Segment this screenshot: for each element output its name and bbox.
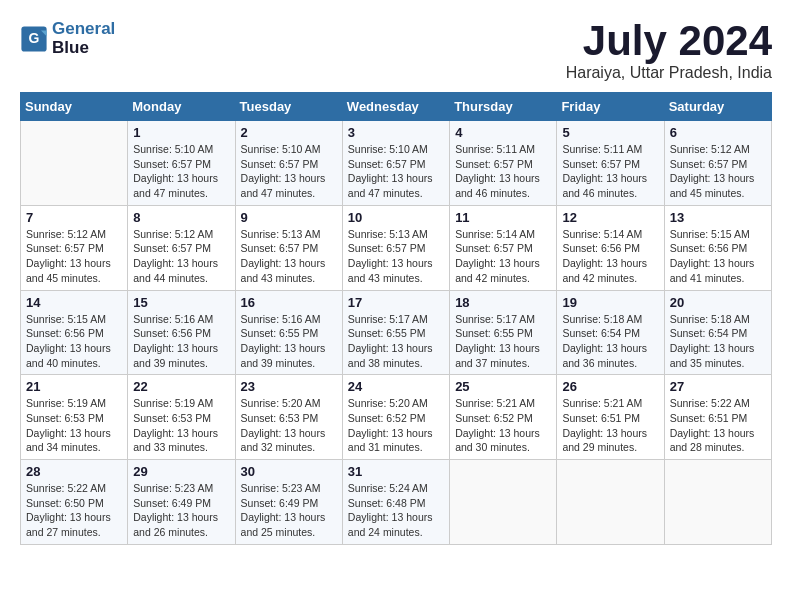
day-info: Sunrise: 5:10 AMSunset: 6:57 PMDaylight:… (348, 142, 444, 201)
calendar-cell (557, 460, 664, 545)
header: G General Blue July 2024 Haraiya, Uttar … (20, 20, 772, 82)
day-number: 14 (26, 295, 122, 310)
day-number: 31 (348, 464, 444, 479)
calendar-cell: 20Sunrise: 5:18 AMSunset: 6:54 PMDayligh… (664, 290, 771, 375)
calendar-cell (664, 460, 771, 545)
day-number: 5 (562, 125, 658, 140)
day-info: Sunrise: 5:22 AMSunset: 6:51 PMDaylight:… (670, 396, 766, 455)
calendar-cell: 12Sunrise: 5:14 AMSunset: 6:56 PMDayligh… (557, 205, 664, 290)
weekday-header-saturday: Saturday (664, 93, 771, 121)
calendar-week-4: 21Sunrise: 5:19 AMSunset: 6:53 PMDayligh… (21, 375, 772, 460)
day-info: Sunrise: 5:20 AMSunset: 6:52 PMDaylight:… (348, 396, 444, 455)
calendar-cell: 30Sunrise: 5:23 AMSunset: 6:49 PMDayligh… (235, 460, 342, 545)
calendar-cell: 8Sunrise: 5:12 AMSunset: 6:57 PMDaylight… (128, 205, 235, 290)
calendar-cell: 5Sunrise: 5:11 AMSunset: 6:57 PMDaylight… (557, 121, 664, 206)
day-info: Sunrise: 5:23 AMSunset: 6:49 PMDaylight:… (241, 481, 337, 540)
calendar-cell: 24Sunrise: 5:20 AMSunset: 6:52 PMDayligh… (342, 375, 449, 460)
day-info: Sunrise: 5:11 AMSunset: 6:57 PMDaylight:… (455, 142, 551, 201)
day-info: Sunrise: 5:23 AMSunset: 6:49 PMDaylight:… (133, 481, 229, 540)
day-number: 15 (133, 295, 229, 310)
day-info: Sunrise: 5:15 AMSunset: 6:56 PMDaylight:… (26, 312, 122, 371)
calendar-table: SundayMondayTuesdayWednesdayThursdayFrid… (20, 92, 772, 545)
day-number: 28 (26, 464, 122, 479)
day-info: Sunrise: 5:21 AMSunset: 6:52 PMDaylight:… (455, 396, 551, 455)
calendar-cell: 21Sunrise: 5:19 AMSunset: 6:53 PMDayligh… (21, 375, 128, 460)
weekday-header-wednesday: Wednesday (342, 93, 449, 121)
day-number: 16 (241, 295, 337, 310)
day-number: 11 (455, 210, 551, 225)
day-number: 24 (348, 379, 444, 394)
day-number: 17 (348, 295, 444, 310)
day-number: 20 (670, 295, 766, 310)
weekday-header-friday: Friday (557, 93, 664, 121)
weekday-header-thursday: Thursday (450, 93, 557, 121)
calendar-cell: 6Sunrise: 5:12 AMSunset: 6:57 PMDaylight… (664, 121, 771, 206)
calendar-cell: 23Sunrise: 5:20 AMSunset: 6:53 PMDayligh… (235, 375, 342, 460)
calendar-cell: 11Sunrise: 5:14 AMSunset: 6:57 PMDayligh… (450, 205, 557, 290)
day-info: Sunrise: 5:13 AMSunset: 6:57 PMDaylight:… (348, 227, 444, 286)
day-info: Sunrise: 5:10 AMSunset: 6:57 PMDaylight:… (133, 142, 229, 201)
calendar-cell: 25Sunrise: 5:21 AMSunset: 6:52 PMDayligh… (450, 375, 557, 460)
day-number: 30 (241, 464, 337, 479)
day-info: Sunrise: 5:22 AMSunset: 6:50 PMDaylight:… (26, 481, 122, 540)
day-number: 27 (670, 379, 766, 394)
calendar-cell: 2Sunrise: 5:10 AMSunset: 6:57 PMDaylight… (235, 121, 342, 206)
day-info: Sunrise: 5:12 AMSunset: 6:57 PMDaylight:… (133, 227, 229, 286)
logo-line2: Blue (52, 39, 115, 58)
calendar-cell: 27Sunrise: 5:22 AMSunset: 6:51 PMDayligh… (664, 375, 771, 460)
calendar-cell: 28Sunrise: 5:22 AMSunset: 6:50 PMDayligh… (21, 460, 128, 545)
calendar-cell: 31Sunrise: 5:24 AMSunset: 6:48 PMDayligh… (342, 460, 449, 545)
weekday-header-tuesday: Tuesday (235, 93, 342, 121)
calendar-cell: 15Sunrise: 5:16 AMSunset: 6:56 PMDayligh… (128, 290, 235, 375)
day-number: 22 (133, 379, 229, 394)
day-info: Sunrise: 5:10 AMSunset: 6:57 PMDaylight:… (241, 142, 337, 201)
calendar-cell: 18Sunrise: 5:17 AMSunset: 6:55 PMDayligh… (450, 290, 557, 375)
day-number: 10 (348, 210, 444, 225)
calendar-cell: 1Sunrise: 5:10 AMSunset: 6:57 PMDaylight… (128, 121, 235, 206)
calendar-cell: 26Sunrise: 5:21 AMSunset: 6:51 PMDayligh… (557, 375, 664, 460)
day-info: Sunrise: 5:16 AMSunset: 6:56 PMDaylight:… (133, 312, 229, 371)
calendar-week-3: 14Sunrise: 5:15 AMSunset: 6:56 PMDayligh… (21, 290, 772, 375)
day-info: Sunrise: 5:14 AMSunset: 6:56 PMDaylight:… (562, 227, 658, 286)
day-number: 18 (455, 295, 551, 310)
day-info: Sunrise: 5:21 AMSunset: 6:51 PMDaylight:… (562, 396, 658, 455)
location-subtitle: Haraiya, Uttar Pradesh, India (566, 64, 772, 82)
day-number: 19 (562, 295, 658, 310)
logo-line1: General (52, 19, 115, 38)
day-number: 25 (455, 379, 551, 394)
day-info: Sunrise: 5:11 AMSunset: 6:57 PMDaylight:… (562, 142, 658, 201)
day-info: Sunrise: 5:20 AMSunset: 6:53 PMDaylight:… (241, 396, 337, 455)
day-info: Sunrise: 5:12 AMSunset: 6:57 PMDaylight:… (26, 227, 122, 286)
calendar-cell (21, 121, 128, 206)
weekday-header-sunday: Sunday (21, 93, 128, 121)
logo: G General Blue (20, 20, 115, 57)
day-info: Sunrise: 5:17 AMSunset: 6:55 PMDaylight:… (348, 312, 444, 371)
weekday-header-row: SundayMondayTuesdayWednesdayThursdayFrid… (21, 93, 772, 121)
day-number: 2 (241, 125, 337, 140)
calendar-week-2: 7Sunrise: 5:12 AMSunset: 6:57 PMDaylight… (21, 205, 772, 290)
title-area: July 2024 Haraiya, Uttar Pradesh, India (566, 20, 772, 82)
day-number: 13 (670, 210, 766, 225)
day-info: Sunrise: 5:24 AMSunset: 6:48 PMDaylight:… (348, 481, 444, 540)
day-number: 8 (133, 210, 229, 225)
calendar-cell: 17Sunrise: 5:17 AMSunset: 6:55 PMDayligh… (342, 290, 449, 375)
calendar-week-1: 1Sunrise: 5:10 AMSunset: 6:57 PMDaylight… (21, 121, 772, 206)
day-number: 3 (348, 125, 444, 140)
logo-icon: G (20, 25, 48, 53)
day-info: Sunrise: 5:13 AMSunset: 6:57 PMDaylight:… (241, 227, 337, 286)
day-info: Sunrise: 5:18 AMSunset: 6:54 PMDaylight:… (670, 312, 766, 371)
svg-text:G: G (29, 30, 40, 46)
calendar-cell: 3Sunrise: 5:10 AMSunset: 6:57 PMDaylight… (342, 121, 449, 206)
day-info: Sunrise: 5:14 AMSunset: 6:57 PMDaylight:… (455, 227, 551, 286)
day-number: 1 (133, 125, 229, 140)
calendar-cell: 29Sunrise: 5:23 AMSunset: 6:49 PMDayligh… (128, 460, 235, 545)
calendar-cell: 10Sunrise: 5:13 AMSunset: 6:57 PMDayligh… (342, 205, 449, 290)
day-number: 21 (26, 379, 122, 394)
calendar-week-5: 28Sunrise: 5:22 AMSunset: 6:50 PMDayligh… (21, 460, 772, 545)
calendar-cell: 4Sunrise: 5:11 AMSunset: 6:57 PMDaylight… (450, 121, 557, 206)
calendar-cell: 19Sunrise: 5:18 AMSunset: 6:54 PMDayligh… (557, 290, 664, 375)
month-year-title: July 2024 (566, 20, 772, 62)
calendar-cell: 9Sunrise: 5:13 AMSunset: 6:57 PMDaylight… (235, 205, 342, 290)
day-info: Sunrise: 5:18 AMSunset: 6:54 PMDaylight:… (562, 312, 658, 371)
calendar-cell: 22Sunrise: 5:19 AMSunset: 6:53 PMDayligh… (128, 375, 235, 460)
